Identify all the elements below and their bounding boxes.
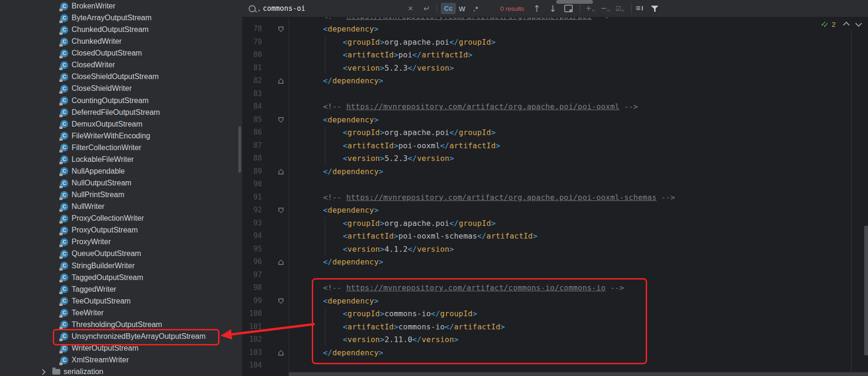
- tree-item-WriterOutputStream[interactable]: CWriterOutputStream: [0, 343, 242, 354]
- tree-item-NullWriter[interactable]: CNullWriter: [0, 201, 242, 213]
- line-number-97[interactable]: 97: [242, 269, 262, 282]
- fold-end-icon[interactable]: [278, 169, 284, 175]
- tree-item-FilterCollectionWriter[interactable]: CFilterCollectionWriter: [0, 142, 242, 153]
- code-line-91[interactable]: <!-- https://mvnrepository.com/artifact/…: [289, 191, 868, 204]
- tree-item-NullPrintStream[interactable]: CNullPrintStream: [0, 189, 242, 201]
- match-case-toggle[interactable]: Cc: [441, 3, 456, 14]
- line-number-87[interactable]: 87: [242, 139, 262, 152]
- line-number-86[interactable]: 86: [242, 126, 262, 139]
- code-line-96[interactable]: </dependency>: [289, 256, 868, 269]
- tree-scrollbar[interactable]: [238, 126, 241, 173]
- code-line-93[interactable]: <groupId>org.apache.poi</groupId>: [289, 217, 868, 230]
- line-number-79[interactable]: 79: [242, 36, 262, 49]
- fold-end-icon[interactable]: [278, 259, 284, 265]
- tree-item-XmlStreamWriter[interactable]: CXmlStreamWriter: [0, 354, 242, 366]
- line-number-89[interactable]: 89: [242, 165, 262, 178]
- code-line-99[interactable]: <dependency>: [289, 295, 868, 308]
- line-number-101[interactable]: 101: [242, 320, 262, 334]
- line-number-99[interactable]: 99: [242, 295, 262, 308]
- fold-end-icon[interactable]: [278, 350, 284, 356]
- tree-item-ChunkedWriter[interactable]: CChunkedWriter: [0, 36, 242, 48]
- line-number-83[interactable]: 83: [242, 88, 262, 101]
- code-line-100[interactable]: <groupId>commons-io</groupId>: [289, 307, 868, 320]
- next-occurrence-icon[interactable]: ↓: [549, 0, 557, 17]
- line-number-91[interactable]: 91: [242, 191, 262, 204]
- filter-lines-icon[interactable]: ≡I: [636, 0, 643, 17]
- line-number-80[interactable]: 80: [242, 48, 262, 62]
- tree-item-ThresholdingOutputStream[interactable]: CThresholdingOutputStream: [0, 319, 242, 330]
- newline-icon[interactable]: ↵: [423, 0, 430, 17]
- code-line-78[interactable]: <dependency>: [289, 23, 868, 36]
- code-line-98[interactable]: <!-- https://mvnrepository.com/artifact/…: [289, 281, 868, 295]
- line-number-85[interactable]: 85: [242, 113, 262, 127]
- chevron-right-icon[interactable]: [40, 369, 46, 375]
- tree-folder-serialization[interactable]: serialization: [0, 366, 242, 376]
- tree-item-BrokenWriter[interactable]: CBrokenWriter: [0, 0, 242, 12]
- code-line-95[interactable]: <version>4.1.2</version>: [289, 243, 868, 256]
- tree-item-NullOutputStream[interactable]: CNullOutputStream: [0, 177, 242, 189]
- tree-item-ProxyOutputStream[interactable]: CProxyOutputStream: [0, 224, 242, 236]
- code-line-82[interactable]: </dependency>: [289, 74, 868, 88]
- code-line-102[interactable]: <version>2.11.0</version>: [289, 333, 868, 346]
- filter-icon[interactable]: [651, 0, 658, 17]
- remove-occurrence-icon[interactable]: −II: [600, 0, 610, 17]
- next-problem-icon[interactable]: [855, 20, 862, 27]
- line-number-98[interactable]: 98: [242, 281, 262, 295]
- tree-item-TaggedOutputStream[interactable]: CTaggedOutputStream: [0, 272, 242, 283]
- inspections-widget[interactable]: ✓✓ 2: [820, 19, 861, 29]
- code-line-86[interactable]: <groupId>org.apache.poi</groupId>: [289, 126, 868, 139]
- code-line-87[interactable]: <artifactId>poi-ooxml</artifactId>: [289, 139, 868, 152]
- fold-start-icon[interactable]: [278, 117, 284, 123]
- code-line-88[interactable]: <version>5.2.3</version>: [289, 152, 868, 165]
- tree-item-CountingOutputStream[interactable]: CCountingOutputStream: [0, 95, 242, 106]
- code-line-101[interactable]: <artifactId>commons-io</artifactId>: [289, 320, 868, 334]
- line-number-100[interactable]: 100: [242, 307, 262, 320]
- tree-item-ProxyCollectionWriter[interactable]: CProxyCollectionWriter: [0, 213, 242, 224]
- tree-item-LockableFileWriter[interactable]: CLockableFileWriter: [0, 153, 242, 165]
- regex-toggle[interactable]: .*: [473, 0, 478, 17]
- line-number-103[interactable]: 103: [242, 346, 262, 360]
- editor-scrollbar[interactable]: [864, 226, 868, 355]
- line-number-94[interactable]: 94: [242, 230, 262, 243]
- line-number-82[interactable]: 82: [242, 74, 262, 88]
- line-number-81[interactable]: 81: [242, 62, 262, 75]
- prev-problem-icon[interactable]: [843, 22, 850, 28]
- line-number-92[interactable]: 92: [242, 204, 262, 217]
- code-line-104[interactable]: [289, 359, 868, 372]
- code-line-84[interactable]: <!-- https://mvnrepository.com/artifact/…: [289, 100, 868, 113]
- tree-item-TeeOutputStream[interactable]: CTeeOutputStream: [0, 295, 242, 307]
- line-number-84[interactable]: 84: [242, 100, 262, 113]
- tree-item-TaggedWriter[interactable]: CTaggedWriter: [0, 283, 242, 295]
- line-number-96[interactable]: 96: [242, 256, 262, 269]
- line-number-93[interactable]: 93: [242, 217, 262, 230]
- line-number-90[interactable]: 90: [242, 178, 262, 191]
- line-number-95[interactable]: 95: [242, 243, 262, 256]
- code-line-83[interactable]: [289, 88, 868, 101]
- tree-item-UnsynchronizedByteArrayOutputStream[interactable]: CUnsynchronizedByteArrayOutputStream: [0, 330, 242, 342]
- tree-item-CloseShieldOutputStream[interactable]: CCloseShieldOutputStream: [0, 71, 242, 83]
- find-bar[interactable]: ▾ commons-oi × ↵ Cc W .* 0 results ↑ ↓ +…: [242, 0, 868, 17]
- fold-start-icon[interactable]: [278, 298, 284, 304]
- code-line-80[interactable]: <artifactId>poi</artifactId>: [289, 48, 868, 62]
- code-line-79[interactable]: <groupId>org.apache.poi</groupId>: [289, 36, 868, 49]
- line-number-88[interactable]: 88: [242, 152, 262, 165]
- select-all-occurrences-icon[interactable]: ☑II: [616, 0, 625, 17]
- whole-words-toggle[interactable]: W: [459, 0, 465, 17]
- tree-item-DemuxOutputStream[interactable]: CDemuxOutputStream: [0, 118, 242, 130]
- fold-start-icon[interactable]: [278, 26, 284, 32]
- tree-item-ClosedWriter[interactable]: CClosedWriter: [0, 59, 242, 71]
- fold-start-icon[interactable]: [278, 208, 284, 213]
- tree-item-TeeWriter[interactable]: CTeeWriter: [0, 307, 242, 319]
- tree-item-CloseShieldWriter[interactable]: CCloseShieldWriter: [0, 83, 242, 95]
- tree-item-ProxyWriter[interactable]: CProxyWriter: [0, 236, 242, 248]
- clear-search-icon[interactable]: ×: [408, 0, 413, 17]
- line-number-102[interactable]: 102: [242, 333, 262, 346]
- search-input[interactable]: commons-oi: [263, 0, 305, 17]
- tree-item-ClosedOutputStream[interactable]: CClosedOutputStream: [0, 48, 242, 59]
- tree-item-StringBuilderWriter[interactable]: CStringBuilderWriter: [0, 260, 242, 272]
- editor-pane[interactable]: <!-- https://mvnrepository.com/artifact/…: [242, 0, 868, 376]
- tree-item-ChunkedOutputStream[interactable]: CChunkedOutputStream: [0, 24, 242, 36]
- code-line-92[interactable]: <dependency>: [289, 204, 868, 217]
- code-line-85[interactable]: <dependency>: [289, 113, 868, 127]
- code-line-90[interactable]: [289, 178, 868, 191]
